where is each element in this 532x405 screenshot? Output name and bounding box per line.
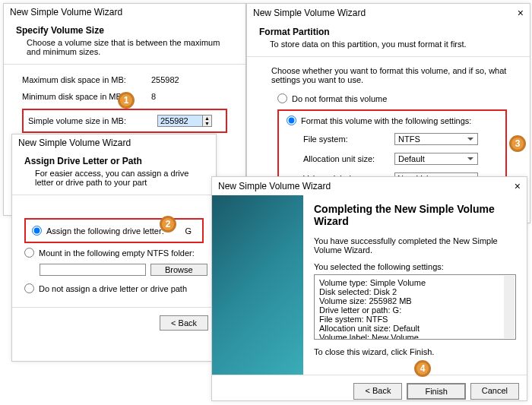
annotation-badge-1: 1 (118, 92, 135, 109)
summary-line: Allocation unit size: Default (319, 324, 511, 333)
radio-no-letter[interactable] (24, 283, 34, 293)
radio-assign-letter[interactable] (32, 226, 42, 236)
allocation-label: Allocation unit size: (303, 154, 394, 163)
summary-line: Volume label: New Volume (319, 333, 511, 340)
close-icon[interactable]: × (505, 7, 524, 19)
spinner-buttons[interactable]: ▲▼ (203, 115, 212, 127)
subheading: Choose a volume size that is between the… (27, 38, 233, 56)
max-space-value: 255982 (151, 75, 179, 84)
format-prompt: Choose whether you want to format this v… (271, 66, 507, 84)
dialog-completing: New Simple Volume Wizard × Completing th… (211, 176, 527, 401)
titlebar: New Simple Volume Wizard (4, 4, 245, 21)
scrollbar[interactable] (504, 276, 515, 338)
annotation-badge-2: 2 (160, 216, 176, 233)
summary-line: Disk selected: Disk 2 (319, 287, 511, 296)
titlebar: New Simple Volume Wizard × (247, 4, 530, 22)
heading: Specify Volume Size (16, 25, 233, 36)
titlebar: New Simple Volume Wizard (12, 134, 216, 151)
file-system-select[interactable]: NTFS (394, 133, 478, 145)
back-button[interactable]: < Back (353, 383, 402, 400)
close-icon[interactable]: × (502, 180, 521, 192)
close-msg: To close this wizard, click Finish. (314, 347, 516, 356)
annotation-badge-4: 4 (414, 360, 431, 377)
finish-button[interactable]: Finish (407, 383, 465, 400)
window-title: New Simple Volume Wizard (18, 138, 131, 148)
header: Specify Volume Size Choose a volume size… (4, 21, 245, 65)
back-button[interactable]: < Back (160, 315, 208, 331)
heading: Assign Drive Letter or Path (24, 156, 204, 166)
radio-no-letter-label: Do not assign a drive letter or drive pa… (39, 284, 187, 293)
header: Format Partition To store data on this p… (247, 22, 530, 57)
summary-line: Volume type: Simple Volume (319, 278, 511, 287)
drive-letter-value: G (185, 226, 196, 236)
volume-size-label: Simple volume size in MB: (28, 116, 157, 125)
success-msg: You have successfully completed the New … (314, 236, 516, 255)
subheading: For easier access, you can assign a driv… (35, 169, 204, 187)
radio-format[interactable] (287, 115, 296, 125)
titlebar: New Simple Volume Wizard × (212, 177, 527, 195)
heading: Completing the New Simple Volume Wizard (314, 203, 516, 227)
browse-button[interactable]: Browse (150, 264, 207, 276)
dialog-assign-letter: New Simple Volume Wizard Assign Drive Le… (11, 134, 217, 362)
min-space-value: 8 (151, 92, 156, 101)
radio-mount-folder[interactable] (24, 248, 34, 258)
wizard-sidebar-graphic (212, 195, 303, 375)
annotation-badge-3: 3 (509, 135, 526, 152)
allocation-select[interactable]: Default (394, 153, 478, 165)
window-title: New Simple Volume Wizard (218, 181, 331, 191)
summary-listbox[interactable]: Volume type: Simple Volume Disk selected… (314, 274, 516, 340)
radio-mount-folder-label: Mount in the following empty NTFS folder… (39, 248, 195, 258)
file-system-label: File system: (303, 134, 394, 144)
radio-do-not-format[interactable] (277, 93, 287, 103)
summary-line: Volume size: 255982 MB (319, 296, 511, 305)
radio-assign-letter-label: Assign the following drive letter: (46, 226, 164, 236)
cancel-button[interactable]: Cancel (470, 383, 519, 400)
heading: Format Partition (259, 27, 518, 37)
summary-line: Drive letter or path: G: (319, 305, 511, 315)
radio-format-label: Format this volume with the following se… (301, 116, 471, 125)
window-title: New Simple Volume Wizard (253, 8, 366, 18)
window-title: New Simple Volume Wizard (10, 7, 122, 17)
max-space-label: Maximum disk space in MB: (22, 75, 151, 84)
settings-msg: You selected the following settings: (314, 262, 516, 271)
summary-line: File system: NTFS (319, 315, 511, 324)
volume-size-input[interactable] (157, 115, 203, 127)
mount-folder-input[interactable] (40, 264, 146, 276)
header: Assign Drive Letter or Path For easier a… (12, 151, 216, 195)
subheading: To store data on this partition, you mus… (270, 40, 518, 49)
radio-do-not-format-label: Do not format this volume (292, 94, 387, 103)
